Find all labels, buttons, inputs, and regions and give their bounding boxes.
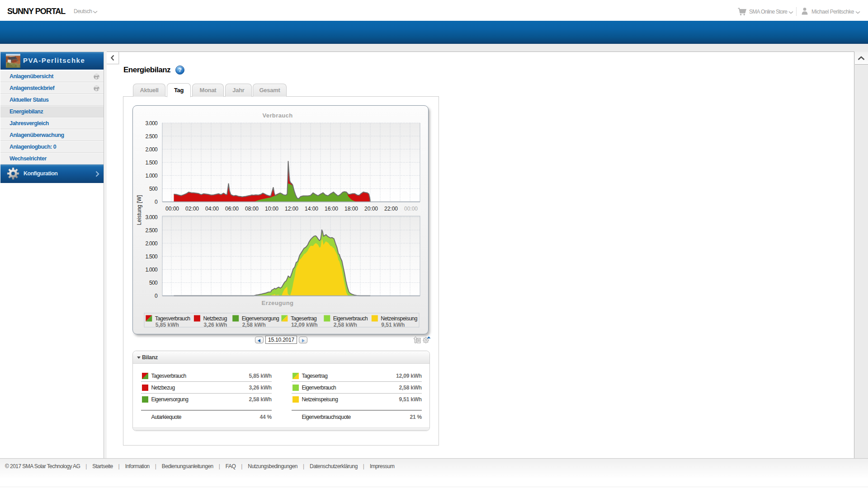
svg-text:18:00: 18:00 [344, 206, 358, 212]
svg-text:0: 0 [155, 293, 158, 299]
svg-text:3,26 kWh: 3,26 kWh [203, 322, 227, 328]
svg-text:Tagesverbrauch: Tagesverbrauch [155, 315, 190, 322]
svg-text:Erzeugung: Erzeugung [262, 300, 294, 306]
svg-text:Eigenverbrauch: Eigenverbrauch [333, 315, 368, 322]
svg-text:Eigenversorgung: Eigenversorgung [242, 315, 279, 322]
svg-text:Netzbezug: Netzbezug [203, 315, 226, 322]
svg-text:3.000: 3.000 [145, 214, 158, 221]
svg-text:Tagesertrag: Tagesertrag [291, 315, 316, 322]
svg-text:2.500: 2.500 [145, 227, 158, 234]
svg-text:2.000: 2.000 [145, 240, 158, 247]
svg-text:2,58 kWh: 2,58 kWh [242, 322, 266, 328]
svg-text:500: 500 [149, 280, 158, 286]
svg-text:08:00: 08:00 [245, 206, 259, 212]
svg-text:500: 500 [149, 186, 158, 192]
svg-text:2.000: 2.000 [145, 146, 158, 153]
svg-text:1.000: 1.000 [145, 267, 158, 273]
svg-text:1.500: 1.500 [145, 160, 158, 166]
svg-text:16:00: 16:00 [325, 206, 338, 212]
svg-text:00:00: 00:00 [404, 206, 418, 212]
svg-text:04:00: 04:00 [205, 206, 219, 212]
svg-text:Netzeinspeisung: Netzeinspeisung [381, 315, 417, 322]
svg-text:00:00: 00:00 [165, 206, 179, 212]
svg-text:0: 0 [155, 199, 158, 205]
svg-text:9,51 kWh: 9,51 kWh [381, 322, 405, 328]
svg-text:20:00: 20:00 [364, 206, 378, 212]
svg-text:10:00: 10:00 [265, 206, 278, 212]
svg-text:2.500: 2.500 [145, 133, 158, 140]
svg-text:Leistung [W]: Leistung [W] [136, 195, 142, 225]
svg-text:06:00: 06:00 [225, 206, 239, 212]
svg-text:12,09 kWh: 12,09 kWh [291, 322, 318, 328]
svg-text:12:00: 12:00 [285, 206, 298, 212]
svg-text:Verbrauch: Verbrauch [262, 112, 292, 119]
svg-text:3.000: 3.000 [145, 120, 158, 127]
svg-text:1.500: 1.500 [145, 253, 158, 260]
svg-text:02:00: 02:00 [185, 206, 199, 212]
svg-text:14:00: 14:00 [305, 206, 318, 212]
svg-text:2,58 kWh: 2,58 kWh [334, 322, 357, 328]
svg-text:1.000: 1.000 [145, 173, 158, 179]
svg-text:22:00: 22:00 [384, 206, 398, 212]
svg-text:5,85 kWh: 5,85 kWh [156, 322, 179, 328]
